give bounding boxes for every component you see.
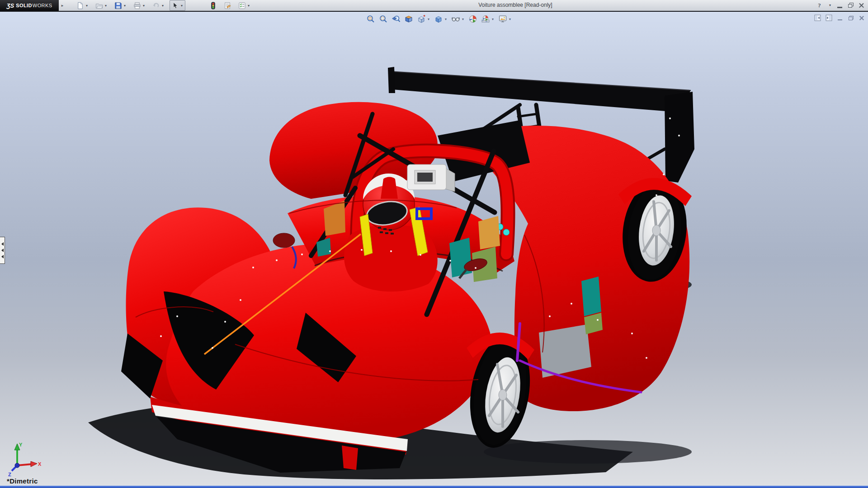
display-style-button[interactable]: ▾	[433, 14, 448, 24]
minimize-button[interactable]	[837, 1, 843, 9]
dropdown-arrow-icon[interactable]: ▾	[85, 4, 89, 8]
view-cube-icon	[417, 14, 426, 23]
dropdown-arrow-icon[interactable]: ▾	[444, 17, 448, 21]
undo-arrow-icon	[152, 2, 160, 9]
previous-view-button[interactable]	[391, 14, 401, 24]
wing-mirror	[273, 233, 295, 248]
dropdown-arrow-icon[interactable]: ▾	[461, 17, 465, 21]
select-cursor-icon	[171, 2, 179, 9]
zoom-to-fit-button[interactable]	[365, 14, 376, 24]
zoom-area-icon	[379, 14, 388, 23]
section-view-button[interactable]	[403, 14, 414, 24]
pane-right-icon	[826, 14, 832, 21]
restore-icon	[848, 3, 854, 8]
view-orientation-label: *Dimetric	[7, 477, 38, 485]
solidworks-logo-glyph: ƷS	[7, 2, 14, 9]
window-bottom-border	[0, 486, 868, 488]
document-title: Voiture assomblee [Read-only]	[389, 2, 642, 8]
apply-scene-button[interactable]: ▾	[480, 14, 495, 24]
section-view-icon	[404, 14, 413, 23]
solidworks-logo-light: WORKS	[33, 3, 52, 8]
orientation-triad: Y X Z	[6, 442, 42, 478]
save-button[interactable]: ▾	[113, 0, 128, 11]
dropdown-arrow-icon[interactable]: ▾	[828, 3, 832, 7]
dropdown-arrow-icon[interactable]: ▾	[508, 17, 512, 21]
minimize-icon	[837, 3, 842, 8]
close-icon	[859, 16, 864, 20]
scene-ball-icon	[481, 14, 490, 23]
car-model-render[interactable]	[0, 12, 868, 488]
printer-icon	[133, 2, 141, 9]
graphics-area[interactable]: ▾▾▾▾▾ Y X Z *Dimetric	[0, 12, 868, 488]
file-properties-button[interactable]	[222, 0, 233, 11]
titlebar: ƷS SOLID WORKS ▸ ▾▾▾▾▾▾▾ Voiture assombl…	[0, 0, 868, 11]
triad-x-label: X	[38, 461, 42, 467]
pane-left-button[interactable]	[814, 14, 821, 21]
previous-view-icon	[392, 14, 401, 23]
zoom-fit-icon	[366, 14, 375, 23]
restore-button[interactable]	[848, 14, 854, 21]
pane-right-button[interactable]	[826, 14, 832, 21]
headsup-view-toolbar: ▾▾▾▾▾	[365, 14, 514, 24]
view-orientation-button[interactable]: ▾	[416, 14, 431, 24]
undo-button[interactable]: ▾	[151, 0, 166, 11]
dropdown-arrow-icon[interactable]: ▾	[123, 4, 127, 8]
open-folder-icon	[95, 2, 103, 9]
restore-icon	[849, 16, 854, 20]
pane-left-icon	[814, 14, 821, 21]
monitor-icon	[498, 14, 507, 23]
window-controls: ? ▾	[816, 1, 864, 9]
close-icon	[859, 3, 864, 8]
select-button[interactable]: ▾	[170, 0, 185, 11]
dropdown-arrow-icon[interactable]: ▾	[142, 4, 146, 8]
appearance-ball-icon	[468, 14, 477, 23]
dropdown-arrow-icon[interactable]: ▾	[247, 4, 250, 8]
minimize-button[interactable]	[837, 14, 843, 21]
collapse-arrow-icon	[1, 242, 4, 246]
file-properties-icon	[224, 2, 231, 9]
close-button[interactable]	[859, 1, 864, 9]
dropdown-arrow-icon[interactable]: ▾	[491, 17, 495, 21]
standard-toolbar: ▾▾▾▾▾▾▾	[75, 0, 255, 10]
hide-show-items-button[interactable]: ▾	[450, 14, 466, 24]
rebuild-button[interactable]	[208, 0, 219, 11]
new-button[interactable]: ▾	[75, 0, 90, 11]
eyeglasses-icon	[451, 14, 460, 23]
triad-y-label: Y	[19, 442, 23, 447]
zoom-to-area-button[interactable]	[378, 14, 389, 24]
restore-button[interactable]	[848, 1, 854, 9]
dropdown-arrow-icon[interactable]: ▾	[427, 17, 430, 21]
solidworks-window: ƷS SOLID WORKS ▸ ▾▾▾▾▾▾▾ Voiture assombl…	[0, 0, 868, 488]
solidworks-logo-bold: SOLID	[16, 3, 32, 8]
feature-panel-handle[interactable]	[0, 237, 5, 264]
front-right-wheel[interactable]	[462, 333, 537, 452]
open-button[interactable]: ▾	[94, 0, 109, 11]
print-button[interactable]: ▾	[132, 0, 147, 11]
edit-appearance-button[interactable]	[467, 14, 478, 24]
dropdown-arrow-icon[interactable]: ▾	[161, 4, 165, 8]
collapse-arrow-icon	[1, 255, 4, 258]
traffic-light-icon	[209, 2, 217, 9]
new-doc-icon	[76, 2, 84, 9]
help-icon: ?	[818, 2, 821, 9]
shaded-cube-icon	[434, 14, 443, 23]
options-checklist-icon	[238, 2, 246, 9]
document-window-controls	[814, 14, 865, 21]
view-settings-button[interactable]: ▾	[497, 14, 513, 24]
save-floppy-icon	[114, 2, 122, 9]
triad-z-label: Z	[8, 472, 11, 477]
options-button[interactable]: ▾	[236, 0, 252, 11]
solidworks-logo: ƷS SOLID WORKS	[0, 0, 59, 11]
dropdown-arrow-icon[interactable]: ▾	[104, 4, 108, 8]
menu-expand-arrow-icon[interactable]: ▸	[60, 2, 65, 9]
collapse-arrow-icon	[1, 249, 4, 252]
help-button[interactable]: ?	[816, 1, 822, 9]
minimize-icon	[838, 16, 842, 20]
close-button[interactable]	[859, 14, 865, 21]
dropdown-arrow-icon[interactable]: ▾	[180, 4, 184, 8]
